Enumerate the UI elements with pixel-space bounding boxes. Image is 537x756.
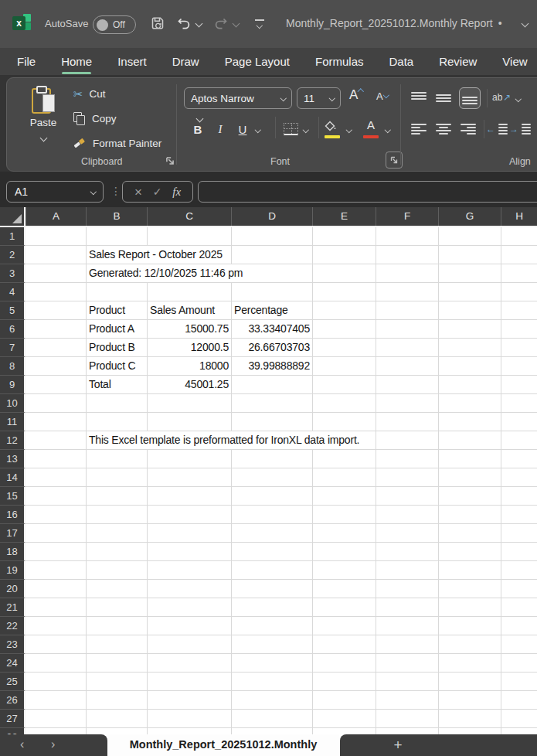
cell-B8[interactable]: Product C <box>87 357 138 375</box>
paste-button[interactable]: Paste <box>24 84 63 158</box>
active-sheet-tab[interactable]: Monthly_Report_20251012.Monthly <box>107 734 339 756</box>
middle-align-button[interactable] <box>433 88 454 108</box>
cell-C6[interactable]: 15000.75 <box>148 320 229 338</box>
row-header-14[interactable]: 14 <box>0 468 25 487</box>
row-10-cells[interactable] <box>25 394 537 413</box>
row-header-18[interactable]: 18 <box>0 543 25 561</box>
cut-button[interactable]: ✂ Cut <box>73 86 106 101</box>
formula-input[interactable] <box>198 181 537 203</box>
grow-font-button[interactable]: A <box>349 87 363 109</box>
row-19-cells[interactable] <box>25 561 537 580</box>
top-align-button[interactable] <box>409 88 429 108</box>
save-icon[interactable] <box>150 15 165 31</box>
font-size-select[interactable]: 11 <box>297 87 341 109</box>
tab-draw[interactable]: Draw <box>172 55 199 68</box>
format-painter-button[interactable]: Format Painter <box>73 135 161 151</box>
row-header-7[interactable]: 7 <box>0 339 25 357</box>
borders-dropdown-chevron[interactable] <box>303 127 309 133</box>
cell-C9[interactable]: 45001.25 <box>148 376 229 393</box>
quick-access-overflow-icon[interactable] <box>255 19 264 28</box>
cell-B6[interactable]: Product A <box>87 320 137 338</box>
row-27-cells[interactable] <box>25 710 537 728</box>
orientation-dropdown-chevron[interactable] <box>515 96 522 102</box>
row-4-cells[interactable] <box>25 283 537 301</box>
prev-sheet-icon[interactable]: ‹ <box>20 738 24 751</box>
row-25-cells[interactable] <box>25 673 537 691</box>
fill-color-button[interactable] <box>324 115 339 137</box>
row-header-1[interactable]: 1 <box>0 227 25 246</box>
next-sheet-icon[interactable]: › <box>51 738 55 751</box>
row-16-cells[interactable] <box>25 506 537 524</box>
row-17-cells[interactable] <box>25 524 537 543</box>
cell-D7[interactable]: 26.66703703 <box>232 339 310 356</box>
row-header-9[interactable]: 9 <box>0 376 25 394</box>
row-header-24[interactable]: 24 <box>0 654 25 673</box>
tab-view[interactable]: View <box>502 55 527 68</box>
name-box-chevron[interactable] <box>90 189 96 195</box>
select-all-button[interactable] <box>0 207 25 226</box>
row-6-cells[interactable]: Product A 15000.75 33.33407405 <box>25 320 537 339</box>
row-9-cells[interactable]: Total 45001.25 <box>25 376 537 394</box>
row-13-cells[interactable] <box>25 450 537 468</box>
row-24-cells[interactable] <box>25 654 537 673</box>
cell-D8[interactable]: 39.99888892 <box>232 357 310 375</box>
cell-D5[interactable]: Percentage <box>232 301 291 319</box>
column-header-A[interactable]: A <box>25 207 86 226</box>
tab-file[interactable]: File <box>17 55 36 68</box>
align-center-button[interactable] <box>433 119 454 139</box>
orientation-button[interactable]: ab↗ <box>492 92 511 103</box>
row-header-20[interactable]: 20 <box>0 580 25 598</box>
cell-C7[interactable]: 12000.5 <box>148 339 229 356</box>
name-box[interactable]: A1 <box>6 181 104 203</box>
column-header-D[interactable]: D <box>231 207 312 226</box>
row-11-cells[interactable] <box>25 413 537 431</box>
tab-home[interactable]: Home <box>61 55 92 68</box>
tab-formulas[interactable]: Formulas <box>315 55 364 68</box>
row-3-cells[interactable]: Generated: 12/10/2025 11:46 pm <box>25 264 537 283</box>
align-right-button[interactable] <box>458 119 478 139</box>
row-header-21[interactable]: 21 <box>0 598 25 617</box>
increase-indent-button[interactable]: → <box>511 123 531 135</box>
row-header-28[interactable]: 28 <box>0 728 25 734</box>
row-18-cells[interactable] <box>25 543 537 561</box>
undo-dropdown-chevron[interactable] <box>195 20 203 28</box>
column-header-E[interactable]: E <box>312 207 376 226</box>
row-header-4[interactable]: 4 <box>0 283 25 301</box>
row-header-3[interactable]: 3 <box>0 264 25 283</box>
row-5-cells[interactable]: Product Sales Amount Percentage <box>25 301 537 320</box>
formula-bar-divider-dots[interactable]: ⋮ <box>110 185 121 197</box>
row-header-11[interactable]: 11 <box>0 413 25 431</box>
row-15-cells[interactable] <box>25 487 537 506</box>
row-header-15[interactable]: 15 <box>0 487 25 506</box>
row-header-22[interactable]: 22 <box>0 617 25 635</box>
tab-insert[interactable]: Insert <box>117 55 147 68</box>
row-14-cells[interactable] <box>25 468 537 487</box>
column-header-G[interactable]: G <box>438 207 501 226</box>
row-header-12[interactable]: 12 <box>0 431 25 450</box>
paste-dropdown-chevron[interactable] <box>39 135 47 142</box>
tab-review[interactable]: Review <box>439 55 477 68</box>
cancel-icon[interactable]: × <box>134 186 142 199</box>
add-sheet-button[interactable]: + <box>389 735 407 755</box>
redo-dropdown-chevron[interactable] <box>233 20 240 28</box>
column-header-F[interactable]: F <box>376 207 438 226</box>
row-23-cells[interactable] <box>25 635 537 654</box>
redo-icon[interactable] <box>213 15 229 31</box>
row-28-cells[interactable] <box>25 728 537 734</box>
column-header-C[interactable]: C <box>147 207 231 226</box>
row-header-2[interactable]: 2 <box>0 246 25 264</box>
row-2-cells[interactable]: Sales Report - October 2025 <box>25 246 537 264</box>
clipboard-dialog-launcher-icon[interactable] <box>165 155 175 166</box>
row-header-23[interactable]: 23 <box>0 635 25 654</box>
row-header-8[interactable]: 8 <box>0 357 25 376</box>
cell-B9[interactable]: Total <box>87 376 114 393</box>
font-name-select[interactable]: Aptos Narrow <box>184 87 292 109</box>
autosave-toggle[interactable]: Off <box>93 15 136 34</box>
cell-B7[interactable]: Product B <box>87 339 138 356</box>
row-8-cells[interactable]: Product C 18000 39.99888892 <box>25 357 537 376</box>
underline-button[interactable]: U <box>235 118 250 140</box>
row-header-10[interactable]: 10 <box>0 394 25 413</box>
row-header-5[interactable]: 5 <box>0 301 25 320</box>
cell-C8[interactable]: 18000 <box>148 357 229 375</box>
underline-dropdown-chevron[interactable] <box>255 127 261 133</box>
